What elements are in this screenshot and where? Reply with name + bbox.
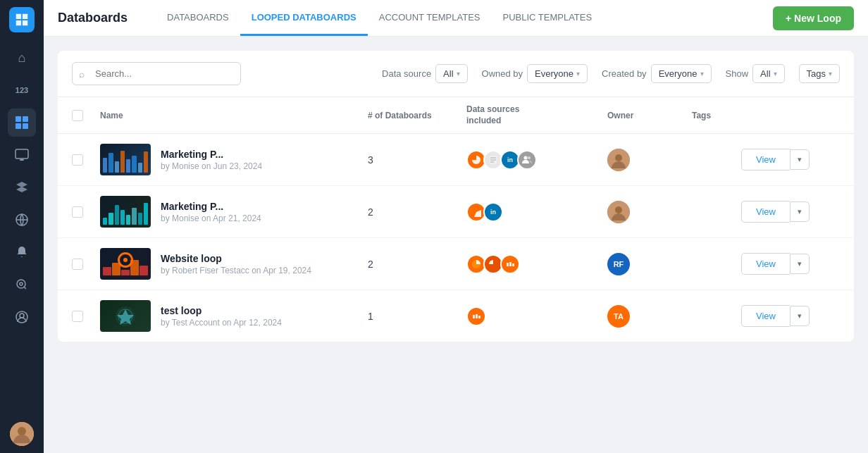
new-loop-button[interactable]: + New Loop <box>773 6 854 30</box>
view-dropdown-button[interactable]: ▾ <box>790 201 810 222</box>
row-datasources: in <box>466 150 607 170</box>
view-button[interactable]: View <box>741 149 790 170</box>
sidebar-icon-screen[interactable] <box>8 141 36 169</box>
svg-rect-3 <box>23 123 28 129</box>
table-row: Website loop by Robert Fiser Testacc on … <box>58 238 854 290</box>
svg-rect-28 <box>512 263 514 266</box>
header-name: Name <box>100 111 368 120</box>
filter-tags: Tags ▾ <box>799 64 840 83</box>
datasource-icon: in <box>483 202 503 222</box>
ownedby-select[interactable]: Everyone ▾ <box>527 64 588 83</box>
svg-rect-32 <box>473 315 475 318</box>
svg-rect-34 <box>478 316 480 318</box>
view-dropdown-button[interactable]: ▾ <box>790 149 810 170</box>
view-button[interactable]: View <box>741 305 790 327</box>
sidebar-icon-globe[interactable] <box>8 206 36 234</box>
topnav: Databoards DATABOARDS LOOPED DATABOARDS … <box>44 0 868 37</box>
row-actions: View ▾ <box>741 201 840 223</box>
row-checkbox[interactable] <box>72 259 83 270</box>
ownedby-chevron-icon: ▾ <box>576 70 580 77</box>
row-checkbox[interactable] <box>72 311 83 322</box>
row-info: Marketing P... by Monise on Jun 23, 2024 <box>100 144 368 175</box>
row-meta: by Monise on Jun 23, 2024 <box>161 161 262 171</box>
sidebar-icon-numbers[interactable]: 123 <box>8 76 36 104</box>
show-select[interactable]: All ▾ <box>752 64 784 83</box>
tags-select[interactable]: Tags ▾ <box>799 64 840 83</box>
sidebar-icon-layers[interactable] <box>8 173 36 201</box>
app-logo[interactable] <box>9 7 35 32</box>
owner-avatar <box>607 149 630 171</box>
svg-rect-5 <box>20 159 24 161</box>
filter-show: Show All ▾ <box>726 64 785 83</box>
row-checkbox[interactable] <box>72 154 83 166</box>
row-name: test loop <box>161 305 282 316</box>
createdby-label: Created by <box>602 68 647 79</box>
row-datasources: in <box>466 202 607 222</box>
row-datasources <box>466 254 607 274</box>
search-input[interactable] <box>72 62 241 85</box>
view-button[interactable]: View <box>741 253 790 275</box>
row-actions: View ▾ <box>741 305 840 327</box>
view-button[interactable]: View <box>741 201 790 223</box>
tab-public-templates[interactable]: PUBLIC TEMPLATES <box>491 0 603 36</box>
header-datasources: Data sourcesincluded <box>466 104 607 126</box>
datasource-label: Data source <box>382 68 431 79</box>
view-dropdown-button[interactable]: ▾ <box>790 306 810 326</box>
view-dropdown-button[interactable]: ▾ <box>790 254 810 274</box>
createdby-select[interactable]: Everyone ▾ <box>651 64 712 83</box>
row-meta: by Monise on Apr 21, 2024 <box>161 213 261 223</box>
select-all-checkbox[interactable] <box>72 110 83 121</box>
user-avatar[interactable] <box>10 422 34 446</box>
owner-avatar <box>607 201 630 223</box>
svg-point-20 <box>615 154 622 161</box>
owner-avatar: RF <box>607 253 630 275</box>
search-wrap: ⌕ <box>72 62 241 85</box>
row-databoard-count: 3 <box>368 154 466 166</box>
filter-datasource: Data source All ▾ <box>382 64 468 83</box>
svg-point-18 <box>528 156 531 159</box>
table-header: Name # of Databoards Data sourcesinclude… <box>58 97 854 134</box>
createdby-chevron-icon: ▾ <box>700 70 704 77</box>
datasource-icon <box>517 150 537 170</box>
show-chevron-icon: ▾ <box>774 70 777 77</box>
header-owner: Owner <box>607 111 692 120</box>
owner-avatar: TA <box>607 305 630 328</box>
row-databoard-count: 1 <box>368 311 466 322</box>
filter-createdby: Created by Everyone ▾ <box>602 64 712 83</box>
tab-databoards[interactable]: DATABOARDS <box>156 0 240 36</box>
sidebar: ⌂ 123 <box>0 0 44 453</box>
sidebar-icon-bell[interactable] <box>8 238 36 266</box>
svg-rect-1 <box>23 116 28 122</box>
row-databoard-count: 2 <box>368 259 466 270</box>
row-datasources <box>466 306 607 326</box>
row-owner <box>607 149 692 171</box>
header-databoards: # of Databoards <box>368 111 466 120</box>
svg-point-22 <box>615 206 622 213</box>
row-actions: View ▾ <box>741 253 840 275</box>
topnav-tabs: DATABOARDS LOOPED DATABOARDS ACCOUNT TEM… <box>156 0 603 36</box>
tab-looped-databoards[interactable]: LOOPED DATABOARDS <box>240 0 368 36</box>
sidebar-icon-user-circle[interactable] <box>8 303 36 331</box>
ownedby-label: Owned by <box>482 68 523 79</box>
svg-rect-4 <box>16 149 28 159</box>
header-checkbox-col <box>72 110 100 121</box>
row-info: Website loop by Robert Fiser Testacc on … <box>100 248 368 280</box>
svg-point-12 <box>18 427 26 435</box>
sidebar-icon-databoards[interactable] <box>8 108 36 137</box>
sidebar-icon-home[interactable]: ⌂ <box>8 44 36 72</box>
header-tags: Tags <box>692 111 741 120</box>
row-thumbnail <box>100 300 151 332</box>
svg-rect-2 <box>16 123 21 129</box>
tab-account-templates[interactable]: ACCOUNT TEMPLATES <box>368 0 492 36</box>
tags-chevron-icon: ▾ <box>829 70 832 77</box>
row-checkbox[interactable] <box>72 206 83 218</box>
sidebar-icon-search-circle[interactable] <box>8 271 36 299</box>
datasource-icon <box>500 254 520 274</box>
show-label: Show <box>726 68 749 79</box>
row-name: Marketing P... <box>161 201 261 212</box>
datasource-select[interactable]: All ▾ <box>435 64 467 83</box>
app-title: Databoards <box>58 11 128 25</box>
row-owner <box>607 201 692 223</box>
table-row: Marketing P... by Monise on Apr 21, 2024… <box>58 186 854 238</box>
svg-rect-26 <box>507 263 509 266</box>
